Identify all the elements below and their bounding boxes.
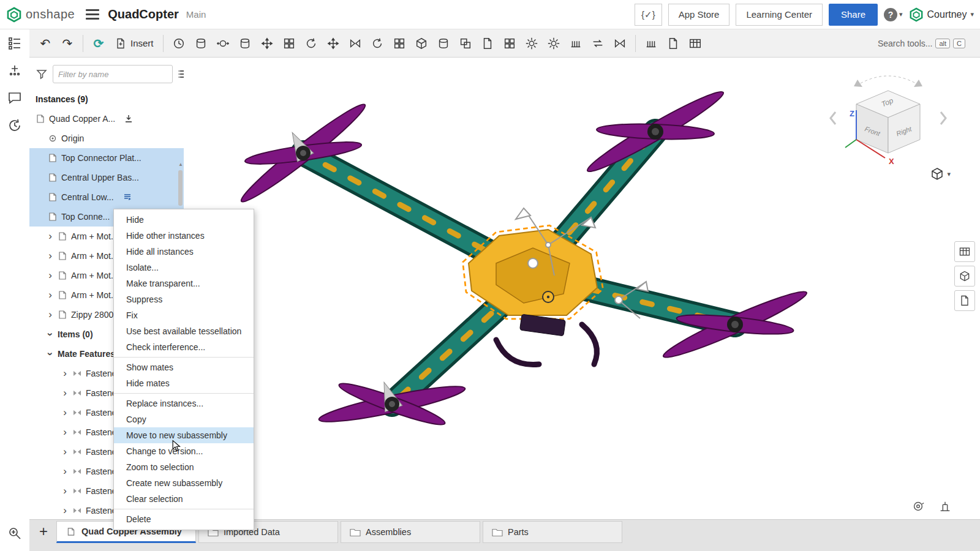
- search-tools[interactable]: Search tools... alt C: [878, 39, 965, 48]
- linear-pattern-icon[interactable]: [456, 34, 475, 53]
- appearance-icon[interactable]: [663, 34, 683, 53]
- user-menu[interactable]: Courtney ▾: [909, 7, 974, 22]
- update-references-icon[interactable]: ⟳: [89, 34, 108, 53]
- document-panel-icon[interactable]: [7, 36, 22, 52]
- tree-item-root[interactable]: Quad Copper A...: [29, 109, 184, 129]
- panel-appearance-icon[interactable]: [954, 266, 975, 287]
- chevron-right-icon[interactable]: ›: [61, 465, 69, 478]
- select-region-icon[interactable]: [390, 34, 409, 53]
- menu-item-copy[interactable]: Copy: [114, 411, 254, 427]
- chevron-right-icon[interactable]: ›: [47, 250, 54, 262]
- chevron-right-icon[interactable]: ›: [61, 446, 69, 458]
- scrollbar-thumb[interactable]: [178, 170, 183, 206]
- menu-item-use-best-tessellation[interactable]: Use best available tessellation: [114, 323, 254, 339]
- chevron-right-icon[interactable]: ›: [47, 289, 54, 301]
- update-available-icon[interactable]: [124, 114, 134, 124]
- scroll-up-icon[interactable]: ▲: [178, 162, 183, 167]
- chevron-right-icon[interactable]: ›: [61, 387, 69, 399]
- mate-relation-icon[interactable]: [213, 34, 233, 53]
- animate-icon[interactable]: [323, 34, 343, 53]
- named-positions-icon[interactable]: [544, 34, 564, 53]
- chevron-right-icon[interactable]: ›: [61, 504, 69, 517]
- group-icon[interactable]: [191, 34, 211, 53]
- snapshot-icon[interactable]: [911, 500, 925, 513]
- chevron-right-icon[interactable]: ›: [61, 367, 69, 380]
- chevron-down-icon[interactable]: ›: [44, 350, 56, 358]
- instances-header[interactable]: Instances (9): [29, 89, 184, 109]
- menu-item-check-interference[interactable]: Check interference...: [114, 339, 254, 355]
- view-options-icon[interactable]: [178, 68, 184, 80]
- view-cube[interactable]: Top Front Right Z X: [827, 66, 949, 173]
- chevron-right-icon[interactable]: ›: [61, 407, 69, 419]
- mate-connector-icon[interactable]: [345, 34, 365, 53]
- circular-pattern-icon[interactable]: [478, 34, 497, 53]
- display-states-icon[interactable]: [522, 34, 541, 53]
- follow-mode-icon[interactable]: [7, 63, 22, 80]
- menu-item-create-new-subassembly[interactable]: Create new subassembly: [114, 475, 254, 491]
- mate-icon[interactable]: [169, 34, 189, 53]
- swap-instances-icon[interactable]: [610, 34, 630, 53]
- app-store-button[interactable]: App Store: [668, 4, 730, 26]
- menu-item-show-mates[interactable]: Show mates: [114, 359, 254, 375]
- rotate-part-icon[interactable]: [279, 34, 299, 53]
- menu-item-zoom-to-selection[interactable]: Zoom to selection: [114, 459, 254, 475]
- menu-item-hide[interactable]: Hide: [114, 212, 254, 228]
- configurations-icon[interactable]: [500, 34, 519, 53]
- undo-button[interactable]: ↶: [36, 34, 55, 53]
- chevron-down-icon[interactable]: ›: [44, 331, 56, 338]
- chevron-right-icon[interactable]: ›: [61, 485, 69, 497]
- menu-item-make-transparent[interactable]: Make transparent...: [114, 276, 254, 291]
- create-tab-button[interactable]: +: [33, 521, 54, 542]
- chevron-right-icon[interactable]: ›: [47, 230, 54, 242]
- chevron-right-icon[interactable]: ›: [61, 426, 69, 438]
- tree-item-selected[interactable]: Top Connector Plat...: [29, 148, 184, 168]
- menu-item-hide-all-instances[interactable]: Hide all instances: [114, 244, 254, 260]
- comments-icon[interactable]: [7, 91, 22, 107]
- tree-item-selected[interactable]: Central Upper Bas...: [29, 168, 184, 187]
- panel-bom-icon[interactable]: [954, 241, 975, 262]
- insert-button[interactable]: Insert: [111, 37, 157, 50]
- menu-item-replace-instances[interactable]: Replace instances...: [114, 395, 254, 411]
- measure-icon[interactable]: [641, 34, 661, 53]
- linked-document-icon[interactable]: [123, 192, 132, 202]
- menu-item-hide-mates[interactable]: Hide mates: [114, 375, 254, 391]
- redo-button[interactable]: ↷: [58, 34, 77, 53]
- insert-part-icon[interactable]: [412, 34, 431, 53]
- history-icon[interactable]: [7, 118, 22, 135]
- menu-item-delete[interactable]: Delete: [114, 511, 254, 527]
- menu-item-hide-other-instances[interactable]: Hide other instances: [114, 228, 254, 244]
- menu-item-fix[interactable]: Fix: [114, 307, 254, 323]
- zoom-window-icon[interactable]: [7, 526, 22, 542]
- menu-item-isolate[interactable]: Isolate...: [114, 260, 254, 276]
- filter-input[interactable]: [53, 65, 173, 83]
- tab-assemblies[interactable]: Assemblies: [341, 521, 480, 543]
- bom-icon[interactable]: [685, 34, 705, 53]
- exploded-view-icon[interactable]: [566, 34, 586, 53]
- units-scale-icon[interactable]: [938, 500, 952, 513]
- share-button[interactable]: Share: [829, 4, 878, 26]
- replicate-icon[interactable]: [368, 34, 387, 53]
- chevron-right-icon[interactable]: ›: [47, 309, 54, 321]
- view-mode-dropdown[interactable]: ▾: [930, 167, 951, 181]
- derived-icon[interactable]: [434, 34, 453, 53]
- onshape-logo-icon: [6, 7, 22, 23]
- snap-mode-icon[interactable]: [235, 34, 255, 53]
- transform-icon[interactable]: [301, 34, 321, 53]
- menu-item-suppress[interactable]: Suppress: [114, 291, 254, 307]
- versions-button[interactable]: {✓}: [635, 4, 662, 26]
- tab-parts[interactable]: Parts: [483, 521, 622, 543]
- tree-item-origin[interactable]: Origin: [29, 129, 184, 148]
- menu-item-move-to-new-subassembly[interactable]: Move to new subassembly: [114, 427, 254, 443]
- simulation-icon[interactable]: [588, 34, 608, 53]
- chevron-right-icon[interactable]: ›: [47, 269, 54, 282]
- onshape-logo[interactable]: onshape: [6, 7, 75, 23]
- move-part-icon[interactable]: [257, 34, 277, 53]
- main-menu-icon[interactable]: [86, 7, 99, 22]
- menu-item-clear-selection[interactable]: Clear selection: [114, 491, 254, 507]
- tree-item-selected[interactable]: Central Low...: [29, 187, 184, 207]
- help-menu[interactable]: ? ▾: [884, 8, 903, 21]
- filter-icon[interactable]: [36, 68, 48, 80]
- menu-item-change-to-version[interactable]: Change to version...: [114, 443, 254, 459]
- panel-configurations-icon[interactable]: [954, 290, 975, 311]
- learning-center-button[interactable]: Learning Center: [736, 4, 823, 26]
